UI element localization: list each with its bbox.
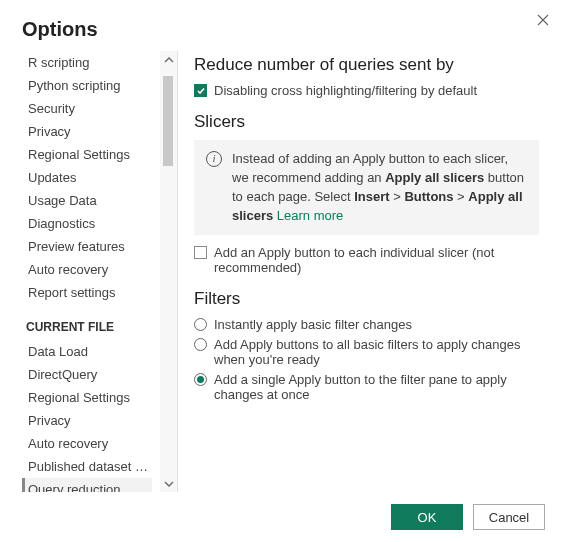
sidebar-item-published-dataset[interactable]: Published dataset set... [22, 455, 152, 478]
reduce-heading: Reduce number of queries sent by [194, 55, 539, 75]
radio-icon[interactable] [194, 373, 207, 386]
scroll-track[interactable] [160, 68, 177, 475]
filters-heading: Filters [194, 289, 539, 309]
close-icon[interactable] [535, 12, 551, 28]
slicer-info-gt2: > [454, 189, 469, 204]
sidebar-heading-current-file: CURRENT FILE [26, 320, 160, 334]
sidebar-item-report-settings[interactable]: Report settings [22, 281, 152, 304]
sidebar-item-regional-settings[interactable]: Regional Settings [22, 143, 152, 166]
sidebar-item-python-scripting[interactable]: Python scripting [22, 74, 152, 97]
dialog-title: Options [22, 18, 98, 41]
info-icon: i [206, 151, 222, 167]
sidebar: R scripting Python scripting Security Pr… [22, 51, 178, 492]
slicer-apply-button-row[interactable]: Add an Apply button to each individual s… [194, 245, 539, 275]
options-dialog: Options R scripting Python scripting Sec… [0, 0, 565, 542]
filter-option-single[interactable]: Add a single Apply button to the filter … [194, 372, 539, 402]
disable-cross-highlight-label: Disabling cross highlighting/filtering b… [214, 83, 477, 98]
radio-icon[interactable] [194, 318, 207, 331]
sidebar-list: R scripting Python scripting Security Pr… [22, 51, 160, 492]
slicer-info-gt1: > [390, 189, 405, 204]
sidebar-item-security[interactable]: Security [22, 97, 152, 120]
sidebar-item-updates[interactable]: Updates [22, 166, 152, 189]
sidebar-item-file-auto-recovery[interactable]: Auto recovery [22, 432, 152, 455]
sidebar-scrollbar[interactable] [160, 51, 177, 492]
slicer-apply-button-label: Add an Apply button to each individual s… [214, 245, 539, 275]
chevron-up-icon[interactable] [160, 51, 177, 68]
sidebar-item-file-regional-settings[interactable]: Regional Settings [22, 386, 152, 409]
cancel-button[interactable]: Cancel [473, 504, 545, 530]
sidebar-item-auto-recovery[interactable]: Auto recovery [22, 258, 152, 281]
ok-button[interactable]: OK [391, 504, 463, 530]
content-pane: Reduce number of queries sent by Disabli… [178, 51, 545, 492]
slicer-info-box: i Instead of adding an Apply button to e… [194, 140, 539, 235]
sidebar-item-privacy[interactable]: Privacy [22, 120, 152, 143]
checkbox-icon[interactable] [194, 246, 207, 259]
radio-icon[interactable] [194, 338, 207, 351]
scroll-thumb[interactable] [163, 76, 173, 166]
dialog-footer: OK Cancel [22, 492, 545, 530]
sidebar-item-diagnostics[interactable]: Diagnostics [22, 212, 152, 235]
slicers-heading: Slicers [194, 112, 539, 132]
disable-cross-highlight-row[interactable]: Disabling cross highlighting/filtering b… [194, 83, 539, 98]
sidebar-item-directquery[interactable]: DirectQuery [22, 363, 152, 386]
learn-more-link[interactable]: Learn more [277, 208, 343, 223]
filter-option-each[interactable]: Add Apply buttons to all basic filters t… [194, 337, 539, 367]
filter-option-single-label: Add a single Apply button to the filter … [214, 372, 539, 402]
filter-option-instant-label: Instantly apply basic filter changes [214, 317, 412, 332]
sidebar-item-preview-features[interactable]: Preview features [22, 235, 152, 258]
slicer-info-bold2: Insert [354, 189, 389, 204]
filter-option-each-label: Add Apply buttons to all basic filters t… [214, 337, 539, 367]
slicer-info-text: Instead of adding an Apply button to eac… [232, 150, 527, 225]
filter-option-instant[interactable]: Instantly apply basic filter changes [194, 317, 539, 332]
titlebar: Options [22, 18, 545, 41]
sidebar-item-r-scripting[interactable]: R scripting [22, 51, 152, 74]
sidebar-item-file-privacy[interactable]: Privacy [22, 409, 152, 432]
sidebar-item-data-load[interactable]: Data Load [22, 340, 152, 363]
slicer-info-bold3: Buttons [404, 189, 453, 204]
checkbox-icon[interactable] [194, 84, 207, 97]
sidebar-item-query-reduction[interactable]: Query reduction [22, 478, 152, 492]
sidebar-item-usage-data[interactable]: Usage Data [22, 189, 152, 212]
dialog-body: R scripting Python scripting Security Pr… [22, 51, 545, 492]
chevron-down-icon[interactable] [160, 475, 177, 492]
slicer-info-bold1: Apply all slicers [385, 170, 484, 185]
